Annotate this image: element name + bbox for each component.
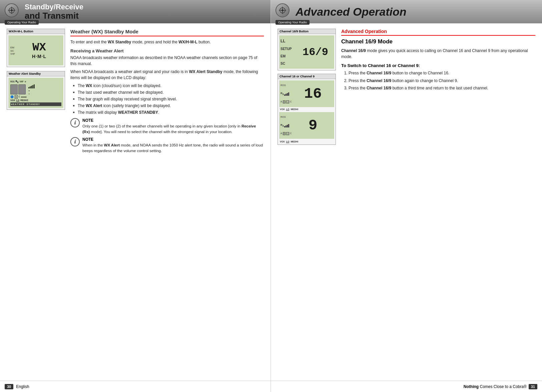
- u-icon: U: [15, 95, 18, 99]
- a-icon-ch9: A: [281, 132, 282, 135]
- sc-icon: SC: [10, 49, 15, 52]
- switch-title: To Switch to Channel 16 or Channel 9:: [341, 63, 535, 68]
- medhi-ch16: MEDHI: [291, 108, 299, 110]
- med-hi-text: MEDHI: [20, 99, 28, 102]
- ch9-vox-row: VOX LO MEDHI: [279, 140, 334, 143]
- ll-icon: LL: [281, 39, 298, 43]
- left-title-line1: Standby/Receive: [25, 3, 83, 11]
- step-2: Press the Channel 16/9 button again to c…: [349, 78, 535, 84]
- bullet-4: The WX Alert icon (safety triangle) will…: [73, 103, 264, 109]
- adv-op-section-label: Advanced Operation: [341, 29, 535, 36]
- ch16-vox-row: VOX LO MEDHI: [279, 108, 334, 111]
- note-title-2: NOTE: [82, 137, 264, 142]
- right-text-column: Advanced Operation Channel 16/9 Mode Cha…: [341, 29, 535, 145]
- step-3: Press the Channel 16/9 button a third ti…: [349, 85, 535, 91]
- svg-point-3: [11, 9, 13, 11]
- left-operating-badge: Operating Your Radio: [5, 20, 39, 25]
- ch169-intro: Channel 16/9 mode gives you quick access…: [341, 48, 535, 60]
- rog-icon-ch16: ROG: [281, 84, 292, 86]
- bullet-1: The WX icon (cloud/sun) icon will be dis…: [73, 83, 264, 89]
- note-box-1: 𝒊 NOTE Only one (1) or two (2) of the we…: [70, 118, 264, 134]
- vox-ch9: VOX: [280, 140, 285, 143]
- standby-bottom-icons: 🔵 U C ▬▬▬▬: [10, 95, 61, 99]
- ch169-display: LL SETUP EM SC 16/9: [279, 35, 334, 69]
- left-images-column: WX/H-M-L Button EM SC VHF WX H·M·L: [7, 29, 65, 156]
- bullet-5: The matrix will display WEATHER STANDBY.: [73, 109, 264, 115]
- note-icon-2: 𝒊: [70, 137, 80, 146]
- lo-text: LO: [16, 99, 19, 102]
- bullet-2: The last used weather channel will be di…: [73, 89, 264, 95]
- em-text: EM: [281, 54, 298, 58]
- c-icon-ch9: C: [290, 132, 292, 135]
- ch16-or-9-box: Channel 16 or Channel 9 ROG RX: [278, 74, 336, 145]
- cloud-icon: ☁: [28, 89, 35, 92]
- slash-icon: ⊘: [25, 80, 26, 83]
- lo-ch16: LO: [286, 108, 290, 110]
- a-icon: A: [281, 100, 282, 103]
- svg-point-7: [282, 9, 284, 11]
- note-icon-1: 𝒊: [70, 118, 80, 127]
- note-title-1: NOTE: [82, 118, 264, 123]
- rx-signal-row-ch9: RX: [281, 123, 292, 127]
- note-box-2: 𝒊 NOTE When in the WX Alert mode, and NO…: [70, 137, 264, 153]
- ch169-button-box: Channel 16/9 Button LL SETUP EM SC 16/9: [278, 29, 336, 70]
- rx-label: RX: [281, 92, 284, 95]
- bt-icon: 🔵: [10, 95, 14, 98]
- medhi-ch9: MEDHI: [291, 140, 299, 143]
- wx-text: WX: [32, 42, 46, 53]
- ab-icons-ch9: A B U C: [281, 132, 292, 135]
- b-icon: B: [283, 100, 286, 103]
- rx-signal-row: RX: [281, 91, 292, 96]
- page-num-right: 31: [529, 384, 537, 389]
- ch16-9-label: Channel 16 or Channel 9: [278, 74, 336, 79]
- standby-vox-row: VOX LO MEDHI: [10, 99, 61, 102]
- left-text-column: Weather (WX) Standby Mode To enter and e…: [70, 29, 264, 156]
- footer-tagline: Nothing Comes Close to a Cobra®: [464, 384, 527, 389]
- note-text-1: Only one (1) or two (2) of the weather c…: [82, 123, 264, 134]
- lo-ch9: LO: [286, 140, 290, 143]
- standby-digits: [10, 84, 26, 94]
- wx-hml-display: EM SC VHF WX H·M·L: [8, 35, 63, 65]
- weather-alert-standby-box: Weather Alert Standby ROG RX VHF ⊘: [7, 71, 65, 110]
- vhf-badge: VHF: [19, 80, 24, 83]
- ch169-number: 16/9: [303, 46, 328, 58]
- warning-icon: ⚠: [28, 92, 35, 95]
- weather-standby-matrix: WEATHER STANDBY: [10, 102, 61, 106]
- ch169-box-label: Channel 16/9 Button: [278, 29, 336, 34]
- rx-icon: RX: [16, 80, 19, 84]
- signal-bars-ch9: [284, 123, 289, 127]
- bullet-3: The bar graph will display received sign…: [73, 96, 264, 102]
- standby-middle: ☁ ⚠: [10, 84, 61, 95]
- c-icon: C: [19, 95, 20, 98]
- standby-right-icons: ☁ ⚠: [28, 84, 35, 95]
- right-operating-badge: Operating Your Radio: [276, 20, 310, 25]
- right-section-header: Advanced Operation Operating Your Radio: [271, 0, 542, 23]
- weather-standby-display: ROG RX VHF ⊘: [8, 78, 63, 108]
- weather-alert-label: Weather Alert Standby: [7, 71, 65, 76]
- steps-list: Press the Channel 16/9 button to change …: [341, 70, 535, 91]
- em-icon: EM: [10, 46, 15, 49]
- signal-bars: [28, 84, 35, 88]
- ch16-left-icons: ROG RX A: [281, 82, 292, 106]
- ab-icons: A B U C: [281, 100, 292, 103]
- footer-right: Nothing Comes Close to a Cobra® 31: [271, 381, 542, 392]
- b-icon-ch9: B: [283, 132, 286, 135]
- noaa-para1: NOAA broadcasts weather information as d…: [70, 55, 264, 67]
- ch16-number-area: 16: [293, 82, 333, 106]
- digit-1: [10, 84, 18, 94]
- note-content-1: NOTE Only one (1) or two (2) of the weat…: [82, 118, 264, 134]
- left-section-header: Standby/Receive and Transmit Operating Y…: [0, 0, 270, 23]
- u-icon-ch16: U: [286, 100, 289, 103]
- setup-icon: SETUP: [281, 47, 298, 51]
- ch169-number-area: 16/9: [298, 37, 333, 67]
- digit-2: [18, 84, 26, 94]
- wx-hml-button-box: WX/H-M-L Button EM SC VHF WX H·M·L: [7, 29, 65, 67]
- u-icon-ch9: U: [286, 132, 289, 135]
- rog-icon: ROG: [10, 80, 15, 83]
- footer-left: 30 English: [0, 381, 271, 392]
- note-content-2: NOTE When in the WX Alert mode, and NOAA…: [82, 137, 264, 153]
- rog-icon-ch9: ROG: [281, 116, 292, 118]
- nothing-bold: Nothing: [464, 384, 479, 389]
- ch169-left-col: LL SETUP EM SC: [281, 37, 298, 67]
- battery-icon: ▬▬▬▬: [21, 95, 27, 98]
